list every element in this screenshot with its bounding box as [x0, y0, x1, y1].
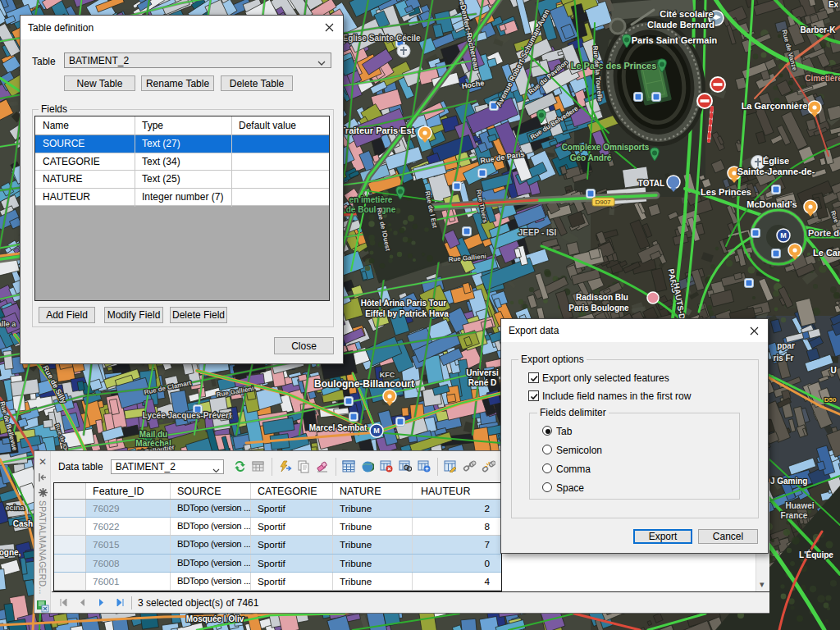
- svg-text:Traiteur Paris Est: Traiteur Paris Est: [340, 126, 415, 135]
- svg-text:Église: Église: [763, 156, 789, 166]
- svg-text:Claude Bernard: Claude Bernard: [647, 20, 714, 30]
- svg-text:Universi: Universi: [466, 368, 499, 377]
- svg-text:Cash: Cash: [13, 519, 33, 528]
- svg-text:Le Parc des Princes: Le Parc des Princes: [571, 61, 657, 71]
- svg-text:France: France: [781, 511, 808, 520]
- svg-text:ecina: ecina: [5, 504, 25, 512]
- svg-text:alle a: alle a: [0, 320, 16, 328]
- svg-text:Sainte-Jeanne-de-: Sainte-Jeanne-de-: [737, 167, 815, 176]
- svg-text:Le Cardi: Le Cardi: [813, 248, 840, 258]
- svg-text:Ex: Ex: [829, 0, 839, 9]
- svg-text:Complexe Omnisports: Complexe Omnisports: [562, 143, 650, 152]
- svg-text:en imetière: en imetière: [349, 195, 393, 204]
- svg-text:Mosquée l Oliv: Mosquée l Oliv: [186, 614, 244, 623]
- svg-text:Hôtel Arina Paris Tour: Hôtel Arina Paris Tour: [361, 299, 447, 308]
- svg-text:Les Princes: Les Princes: [701, 187, 751, 197]
- svg-text:D907: D907: [595, 199, 611, 206]
- svg-text:Boulogne-Billancourt: Boulogne-Billancourt: [314, 378, 414, 390]
- svg-text:Paris Saint Germain: Paris Saint Germain: [632, 35, 718, 45]
- svg-text:René D: René D: [468, 378, 496, 387]
- svg-text:Huawei: Huawei: [785, 501, 814, 510]
- svg-text:de Boulogne: de Boulogne: [346, 205, 396, 214]
- svg-text:TOTAL: TOTAL: [638, 179, 664, 188]
- svg-text:Eglise Sainte-Cécile: Eglise Sainte-Cécile: [342, 34, 420, 43]
- svg-text:Porte de Sain: Porte de Sain: [808, 228, 840, 238]
- svg-text:U: U: [830, 366, 836, 375]
- svg-text:ogne,: ogne,: [0, 548, 21, 557]
- svg-text:Paris Boulogne: Paris Boulogne: [568, 304, 629, 313]
- svg-text:M: M: [373, 427, 380, 435]
- svg-text:Mail du: Mail du: [139, 430, 167, 439]
- svg-text:Géo André: Géo André: [570, 153, 612, 162]
- svg-text:JEEP - ISI: JEEP - ISI: [518, 228, 557, 237]
- svg-text:M: M: [780, 231, 787, 240]
- svg-text:KFC: KFC: [380, 371, 395, 379]
- svg-text:D50: D50: [824, 396, 837, 404]
- svg-text:Eiffel by Patrick Hava: Eiffel by Patrick Hava: [365, 309, 449, 318]
- svg-text:Lycée Jacques-Prévert: Lycée Jacques-Prévert: [143, 411, 232, 420]
- svg-text:Barber-K: Barber-K: [801, 25, 837, 34]
- svg-text:McDonald's: McDonald's: [746, 199, 797, 209]
- svg-text:Marcel Sembat: Marcel Sembat: [309, 423, 368, 432]
- svg-text:ris Fr: ris Fr: [773, 354, 793, 363]
- svg-text:Radisson Blu: Radisson Blu: [576, 293, 628, 302]
- svg-text:Cité scolaire: Cité scolaire: [660, 9, 713, 19]
- svg-text:La Garçonnière: La Garçonnière: [742, 101, 808, 111]
- svg-text:L'Équipe: L'Équipe: [799, 550, 833, 559]
- svg-text:Cimetière: Cimetière: [805, 74, 840, 83]
- svg-text:ppar: ppar: [777, 341, 795, 350]
